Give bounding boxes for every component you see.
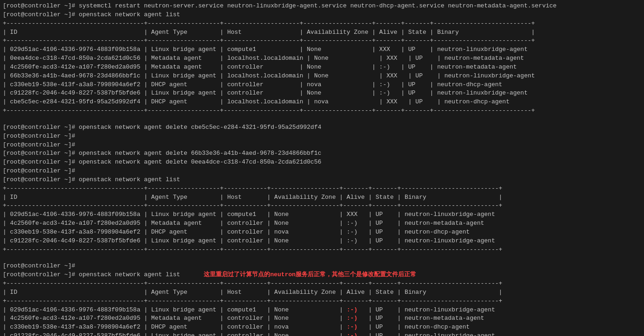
terminal-line: +--------------------------------------+… xyxy=(3,37,641,45)
terminal-line: [root@controller ~]# openstack network a… xyxy=(3,11,641,19)
terminal-line: | c330eb19-538e-413f-a3a8-7998904a6ef2 |… xyxy=(3,228,641,237)
terminal-line: +--------------------------------------+… xyxy=(3,297,641,306)
terminal-line: | c91228fc-2046-4c49-8227-5387bf5bfde6 |… xyxy=(3,332,641,336)
terminal-line: | ID | Agent Type | Host | Availability … xyxy=(3,28,641,37)
terminal-line: +--------------------------------------+… xyxy=(3,279,641,288)
terminal-line: | c91228fc-2046-4c49-8227-5387bf5bfde6 |… xyxy=(3,237,641,246)
terminal-line: | cbe5c5ec-e284-4321-95fd-95a25d992df4 |… xyxy=(3,98,641,107)
terminal-line: | 029d51ac-4106-4336-9976-4883f09b158a |… xyxy=(3,45,641,54)
terminal-line xyxy=(3,254,641,262)
terminal-line: | 66b33e36-a41b-4aed-9678-23d4866bbf1c |… xyxy=(3,72,641,81)
terminal-line: +--------------------------------------+… xyxy=(3,107,641,115)
terminal-line: | 029d51ac-4106-4336-9976-4883f09b158a |… xyxy=(3,210,641,219)
terminal-line: [root@controller ~]# xyxy=(3,167,641,176)
terminal-line: | 4c2560fe-acd3-412e-a107-f280ed2a0d95 |… xyxy=(3,219,641,228)
terminal-line: | 0eea4dce-c318-47cd-850a-2cda621d0c56 |… xyxy=(3,54,641,63)
terminal-line: | c91228fc-2046-4c49-8227-5387bf5bfde6 |… xyxy=(3,89,641,98)
terminal-line: [root@controller ~]# openstack network a… xyxy=(3,149,641,158)
terminal-line: [root@controller ~]# systemctl restart n… xyxy=(3,2,641,11)
terminal-line: +--------------------------------------+… xyxy=(3,19,641,28)
terminal-line: [root@controller ~]# openstack network a… xyxy=(3,123,641,132)
terminal-line: | 4c2560fe-acd3-412e-a107-f280ed2a0d95 |… xyxy=(3,63,641,72)
terminal-line: | 4c2560fe-acd3-412e-a107-f280ed2a0d95 |… xyxy=(3,314,641,323)
terminal-line: [root@controller ~]# openstack network a… xyxy=(3,158,641,167)
terminal: [root@controller ~]# systemctl restart n… xyxy=(0,0,644,336)
terminal-line: | ID | Agent Type | Host | Availability … xyxy=(3,288,641,297)
terminal-line: [root@controller ~]# openstack network a… xyxy=(3,176,641,184)
terminal-line xyxy=(3,115,641,123)
terminal-line: | ID | Agent Type | Host | Availability … xyxy=(3,193,641,202)
terminal-line: +--------------------------------------+… xyxy=(3,202,641,210)
terminal-line: [root@controller ~]# xyxy=(3,132,641,141)
terminal-line: | c330eb19-538e-413f-a3a8-7998904a6ef2 |… xyxy=(3,323,641,332)
terminal-line: | 029d51ac-4106-4336-9976-4883f09b158a |… xyxy=(3,306,641,315)
terminal-line: +--------------------------------------+… xyxy=(3,184,641,193)
terminal-line: | c330eb19-538e-413f-a3a8-7998904a6ef2 |… xyxy=(3,81,641,89)
terminal-line: [root@controller ~]# xyxy=(3,262,641,271)
terminal-line: +--------------------------------------+… xyxy=(3,246,641,254)
terminal-line: [root@controller ~]# openstack network a… xyxy=(3,271,641,279)
terminal-line: [root@controller ~]# xyxy=(3,141,641,150)
